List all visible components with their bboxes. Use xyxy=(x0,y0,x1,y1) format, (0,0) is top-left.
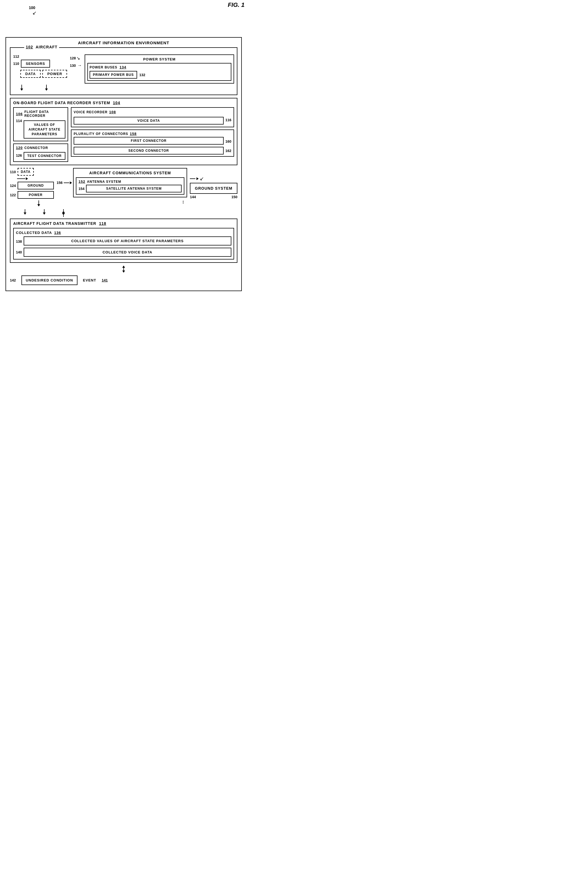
undesired-ref: 142 xyxy=(10,278,16,282)
ref-124: 124 xyxy=(10,184,16,188)
fdr-inner-row: 106 FLIGHT DATA RECORDER 114 VALUES OF A… xyxy=(13,107,234,162)
power-dashed-box: POWER xyxy=(42,70,67,78)
power-box-small: POWER xyxy=(18,191,54,199)
collected-data-ref: 136 xyxy=(54,231,61,235)
antenna-system-ref: 152 xyxy=(79,180,86,184)
values-label: VALUES OF AIRCRAFT STATE PARAMETERS xyxy=(28,123,60,136)
arrow-130: → xyxy=(78,63,82,68)
comm-ground-bidirectional-arrow: ↕ xyxy=(182,199,184,205)
undesired-condition-box: UNDESIRED CONDITION xyxy=(21,275,78,285)
fdr-right-col: VOICE RECORDER 108 VOICE DATA 116 xyxy=(71,107,234,162)
second-connector-ref: 162 xyxy=(225,149,231,153)
values-box: VALUES OF AIRCRAFT STATE PARAMETERS xyxy=(24,120,65,138)
sensors-box: SENSORS xyxy=(21,60,50,68)
collected-values-ref: 138 xyxy=(16,239,22,243)
power-buses-box: POWER BUSES 134 PRIMARY POWER BUS 132 xyxy=(87,63,231,81)
power-system-box: POWER SYSTEM POWER BUSES 134 PRIMARY POW… xyxy=(85,54,234,84)
collected-data-title-text: COLLECTED DATA xyxy=(16,231,52,235)
connectors-ref: 158 xyxy=(130,132,137,136)
ground-label: GROUND xyxy=(27,184,44,188)
voice-recorder-title: VOICE RECORDER 108 xyxy=(74,110,231,114)
sensors-label: SENSORS xyxy=(26,62,45,66)
outer-right-col: ↙ GROUND SYSTEM 144 150 xyxy=(190,168,237,206)
ref-122: 122 xyxy=(10,193,16,197)
power-label: POWER xyxy=(47,72,62,76)
ref-134: 134 xyxy=(120,65,126,69)
satellite-antenna-box: SATELLITE ANTENNA SYSTEM xyxy=(86,185,182,192)
ref-130: 130 xyxy=(70,63,76,68)
outer-box-title: AIRCRAFT INFORMATION ENVIRONMENT xyxy=(10,41,237,45)
collected-data-box: COLLECTED DATA 136 138 COLLECTED VALUES … xyxy=(13,228,234,260)
fdr-system-title-text: ON-BOARD FLIGHT DATA RECORDER SYSTEM xyxy=(13,101,110,105)
connectors-outer-title: PLURALITY OF CONNECTORS 158 xyxy=(74,132,231,136)
voice-data-ref: 116 xyxy=(225,118,231,122)
flight-data-recorder-box: 106 FLIGHT DATA RECORDER 114 VALUES OF A… xyxy=(13,107,68,141)
undesired-condition-label: UNDESIRED CONDITION xyxy=(26,278,73,282)
connectors-outer-box: PLURALITY OF CONNECTORS 158 FIRST CONNEC… xyxy=(71,129,234,157)
collected-values-label: COLLECTED VALUES OF AIRCRAFT STATE PARAM… xyxy=(71,239,183,243)
ground-system-label: GROUND SYSTEM xyxy=(195,186,232,191)
test-connector-ref: 126 xyxy=(16,153,22,158)
test-connector-box: TEST CONNECTOR xyxy=(24,152,65,160)
ref-150: 150 xyxy=(231,195,237,199)
connector-ref: 120 xyxy=(16,146,23,150)
data-dashed-box: DATA xyxy=(20,70,40,78)
voice-data-box: VOICE DATA xyxy=(74,117,224,125)
power-box-label: POWER xyxy=(29,193,43,197)
satellite-antenna-label: SATELLITE ANTENNA SYSTEM xyxy=(106,187,162,191)
comm-system-box: AIRCRAFT COMMUNICATIONS SYSTEM 152 ANTEN… xyxy=(73,168,188,197)
fdr-box-title: 106 FLIGHT DATA RECORDER xyxy=(16,110,65,118)
outer-environment-box: AIRCRAFT INFORMATION ENVIRONMENT 102 AIR… xyxy=(6,37,242,291)
connector-title-text: CONNECTOR xyxy=(24,146,48,150)
ground-arrow: ↙ xyxy=(200,176,204,182)
voice-data-label: VOICE DATA xyxy=(137,119,160,123)
antenna-system-box: 152 ANTENNA SYSTEM 154 SATELLITE ANTENNA… xyxy=(76,177,184,195)
event-ref: 141 xyxy=(102,278,108,282)
primary-power-box: PRIMARY POWER BUS xyxy=(90,71,137,79)
fdr-left-col: 106 FLIGHT DATA RECORDER 114 VALUES OF A… xyxy=(13,107,68,162)
ref-128: 128 xyxy=(70,56,76,60)
comm-ground-row: 110 DATA 124 GROUND 122 xyxy=(10,168,237,206)
transmitter-title-text: AIRCRAFT FLIGHT DATA TRANSMITTER xyxy=(13,221,96,226)
top-arrow: ↙ xyxy=(32,10,36,16)
ground-col: 110 DATA 124 GROUND 122 xyxy=(10,168,54,206)
second-connector-box: SECOND CONNECTOR xyxy=(74,147,224,155)
ground-system-box: GROUND SYSTEM xyxy=(190,183,237,194)
aircraft-box-title: 102 AIRCRAFT xyxy=(24,45,59,49)
transmitter-title: AIRCRAFT FLIGHT DATA TRANSMITTER 118 xyxy=(13,221,234,226)
connector-box: 120 CONNECTOR 126 TEST CONNECTOR xyxy=(13,144,68,162)
voice-recorder-box: VOICE RECORDER 108 VOICE DATA 116 xyxy=(71,107,234,127)
antenna-system-title-text: ANTENNA SYSTEM xyxy=(87,180,121,184)
ground-data-dashed: DATA xyxy=(18,168,34,176)
ref-112: 112 xyxy=(13,54,19,59)
second-connector-label: SECOND CONNECTOR xyxy=(128,149,169,153)
ref-100: 100 xyxy=(29,6,35,10)
ref-156: 156 xyxy=(57,180,63,185)
fdr-title-text: FLIGHT DATA RECORDER xyxy=(24,110,65,118)
first-connector-box: FIRST CONNECTOR xyxy=(74,137,224,144)
satellite-antenna-ref: 154 xyxy=(79,187,85,191)
primary-power-label: PRIMARY POWER BUS xyxy=(93,73,134,77)
ref-110-sensors: 110 xyxy=(13,62,19,66)
first-connector-ref: 160 xyxy=(225,140,231,144)
power-buses-label: POWER BUSES 134 xyxy=(90,65,229,69)
event-row: 142 UNDESIRED CONDITION EVENT 141 xyxy=(10,274,237,287)
fdr-values-ref: 114 xyxy=(16,119,22,123)
collected-voice-ref: 140 xyxy=(16,250,22,254)
power-system-title: POWER SYSTEM xyxy=(87,57,231,61)
connector-label: 120 CONNECTOR xyxy=(16,146,65,150)
transmitter-box: AIRCRAFT FLIGHT DATA TRANSMITTER 118 COL… xyxy=(10,219,237,263)
aircraft-box: 102 AIRCRAFT 112 110 SENSORS xyxy=(10,47,237,95)
collected-data-title: COLLECTED DATA 136 xyxy=(16,231,231,235)
collected-voice-label: COLLECTED VOICE DATA xyxy=(102,250,152,254)
arrow-128: ↘ xyxy=(76,56,80,61)
fdr-ref: 106 xyxy=(16,112,23,116)
connectors-title-text: PLURALITY OF CONNECTORS xyxy=(74,132,128,136)
fdr-system-title: ON-BOARD FLIGHT DATA RECORDER SYSTEM 104 xyxy=(13,101,234,105)
transmitter-ref: 118 xyxy=(99,221,106,226)
event-label: EVENT xyxy=(83,278,96,282)
antenna-system-title: 152 ANTENNA SYSTEM xyxy=(79,180,182,184)
voice-recorder-ref: 108 xyxy=(109,110,116,114)
ref-144: 144 xyxy=(190,195,196,199)
first-connector-label: FIRST CONNECTOR xyxy=(131,139,166,143)
